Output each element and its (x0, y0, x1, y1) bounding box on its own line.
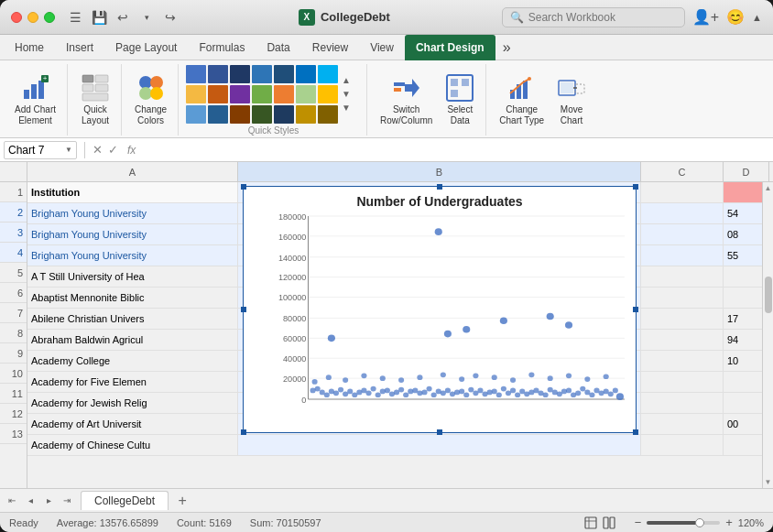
svg-point-24 (528, 77, 531, 81)
row-num-9: 9 (0, 343, 27, 364)
cell-c1[interactable] (641, 182, 724, 202)
cell-a1[interactable]: Institution (27, 182, 238, 202)
col-header-c[interactable]: C (641, 162, 724, 181)
svg-point-138 (584, 376, 590, 382)
quick-layout-items: QuickLayout (75, 64, 115, 136)
sheet-nav-prev[interactable]: ◂ (22, 493, 38, 509)
zoom-out-icon[interactable]: − (635, 516, 642, 529)
cell-c6[interactable] (641, 288, 724, 308)
cell-a2[interactable]: Brigham Young University (27, 203, 238, 223)
chart-container[interactable]: Number of Undergraduates 180000 (243, 186, 637, 433)
cell-b13[interactable] (238, 435, 641, 455)
page-layout-view-icon[interactable] (602, 516, 616, 530)
add-chart-element-button[interactable]: + Add ChartElement (9, 70, 61, 130)
sheet-tab-collegedebt[interactable]: CollegeDebt (81, 491, 169, 510)
resize-handle-br[interactable] (633, 429, 638, 435)
close-button[interactable] (11, 12, 22, 23)
cell-a13[interactable]: Academy of Chinese Cultu (27, 435, 238, 455)
tab-review[interactable]: Review (301, 35, 359, 60)
cell-c5[interactable] (641, 266, 724, 287)
cell-c8[interactable] (641, 330, 724, 350)
cell-a8[interactable]: Abraham Baldwin Agricul (27, 330, 238, 350)
cell-a6[interactable]: Abaptist Mennonite Biblic (27, 288, 238, 308)
move-chart-label: MoveChart (561, 104, 582, 126)
sheet-tabs: ⇤ ◂ ▸ ⇥ CollegeDebt + (0, 488, 773, 512)
cell-c11[interactable] (641, 393, 724, 413)
cell-c12[interactable] (641, 414, 724, 434)
cell-a12[interactable]: Academy of Art Universit (27, 414, 238, 434)
tab-data[interactable]: Data (256, 35, 300, 60)
switch-rowcol-button[interactable]: SwitchRow/Column (375, 70, 438, 130)
cell-a3[interactable]: Brigham Young University (27, 224, 238, 244)
tab-insert[interactable]: Insert (55, 35, 104, 60)
undo-dropdown-icon[interactable]: ▾ (137, 8, 156, 27)
tab-page-layout[interactable]: Page Layout (104, 35, 188, 60)
maximize-button[interactable] (44, 12, 55, 23)
chart-inner: 180000 160000 140000 120000 100000 80000 (244, 212, 636, 414)
resize-handle-tl[interactable] (241, 184, 246, 190)
col-header-d[interactable]: D (724, 162, 769, 181)
cell-c10[interactable] (641, 372, 724, 392)
svg-rect-20 (451, 90, 458, 97)
tab-formulas[interactable]: Formulas (188, 35, 256, 60)
ribbon-group-quick-styles: ▲ ▼ ▼ Quick Styles (184, 64, 367, 136)
scrollbar-thumb[interactable] (765, 277, 772, 313)
search-input[interactable] (528, 11, 677, 24)
svg-point-97 (501, 386, 506, 392)
change-chart-type-button[interactable]: ChangeChart Type (494, 70, 550, 130)
svg-text:0: 0 (301, 396, 306, 405)
move-chart-button[interactable]: MoveChart (551, 70, 592, 130)
scroll-down-arrow[interactable]: ▼ (765, 478, 772, 486)
name-box-dropdown-icon[interactable]: ▼ (65, 146, 72, 154)
change-colors-button[interactable]: ChangeColors (129, 70, 172, 130)
resize-handle-tr[interactable] (633, 184, 638, 190)
save-icon[interactable]: 💾 (90, 8, 108, 27)
normal-view-icon[interactable] (583, 516, 598, 530)
collapse-ribbon-icon[interactable]: ▲ (752, 12, 762, 23)
zoom-in-icon[interactable]: + (725, 516, 733, 529)
cell-a7[interactable]: Abilene Christian Univers (27, 309, 238, 329)
share-icon[interactable]: 👤+ (692, 8, 719, 26)
sheet-nav-first[interactable]: ⇤ (4, 493, 20, 509)
cell-a10[interactable]: Academy for Five Elemen (27, 372, 238, 392)
cell-c3[interactable] (641, 224, 724, 244)
vertical-scrollbar[interactable]: ▲ ▼ (762, 182, 773, 488)
tab-view[interactable]: View (359, 35, 405, 60)
grid-container: 1 2 3 4 5 6 7 8 9 10 11 12 13 (0, 182, 773, 488)
confirm-formula-icon[interactable]: ✓ (108, 143, 118, 157)
search-box[interactable]: 🔍 (502, 7, 685, 27)
resize-handle-t[interactable] (437, 184, 442, 190)
cancel-formula-icon[interactable]: ✕ (93, 143, 103, 157)
cell-a5[interactable]: A T Still University of Hea (27, 266, 238, 287)
resize-handle-b[interactable] (437, 429, 442, 435)
cell-c9[interactable] (641, 351, 724, 371)
svg-rect-2 (38, 81, 44, 99)
cell-c2[interactable] (641, 203, 724, 223)
cell-a9[interactable]: Academy College (27, 351, 238, 371)
redo-icon[interactable]: ↪ (161, 8, 180, 27)
name-box[interactable]: Chart 7 ▼ (4, 141, 77, 159)
col-header-a[interactable]: A (27, 162, 238, 181)
undo-icon[interactable]: ↩ (114, 8, 132, 27)
select-data-button[interactable]: SelectData (440, 70, 480, 130)
svg-point-74 (394, 390, 399, 396)
zoom-slider[interactable] (647, 521, 720, 525)
sidebar-toggle-icon[interactable]: ☰ (66, 8, 84, 27)
quick-layout-button[interactable]: QuickLayout (75, 70, 115, 130)
sheet-nav-last[interactable]: ⇥ (59, 493, 75, 509)
resize-handle-bl[interactable] (241, 429, 246, 435)
scroll-up-arrow[interactable]: ▲ (765, 184, 772, 192)
add-sheet-button[interactable]: + (172, 491, 192, 511)
cell-a11[interactable]: Academy for Jewish Relig (27, 393, 238, 413)
user-icon[interactable]: 😊 (726, 8, 745, 26)
cell-c7[interactable] (641, 309, 724, 329)
sheet-nav-next[interactable]: ▸ (40, 493, 57, 509)
minimize-button[interactable] (27, 12, 38, 23)
tab-chart-design[interactable]: Chart Design (405, 35, 495, 60)
tab-home[interactable]: Home (4, 35, 55, 60)
cell-c4[interactable] (641, 245, 724, 266)
col-header-b[interactable]: B (238, 162, 641, 181)
cell-c13[interactable] (641, 435, 724, 455)
tab-more[interactable]: » (495, 35, 518, 60)
cell-a4[interactable]: Brigham Young University (27, 245, 238, 266)
